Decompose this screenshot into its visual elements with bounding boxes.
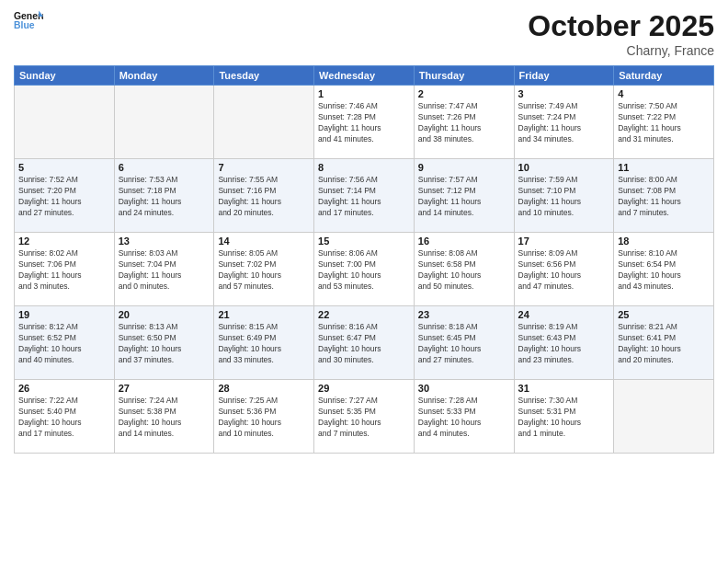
table-row: 12Sunrise: 8:02 AM Sunset: 7:06 PM Dayli…	[15, 233, 115, 306]
day-info: Sunrise: 8:16 AM Sunset: 6:47 PM Dayligh…	[318, 322, 410, 366]
table-row: 7Sunrise: 7:55 AM Sunset: 7:16 PM Daylig…	[214, 159, 314, 233]
table-row: 30Sunrise: 7:28 AM Sunset: 5:33 PM Dayli…	[414, 380, 514, 454]
day-info: Sunrise: 8:00 AM Sunset: 7:08 PM Dayligh…	[618, 175, 710, 219]
day-number: 22	[318, 309, 410, 320]
day-info: Sunrise: 8:06 AM Sunset: 7:00 PM Dayligh…	[318, 248, 410, 293]
day-info: Sunrise: 8:02 AM Sunset: 7:06 PM Dayligh…	[18, 248, 110, 293]
table-row: 20Sunrise: 8:13 AM Sunset: 6:50 PM Dayli…	[114, 306, 214, 380]
day-number: 8	[318, 162, 410, 173]
day-info: Sunrise: 7:56 AM Sunset: 7:14 PM Dayligh…	[318, 175, 410, 219]
day-number: 20	[119, 309, 210, 320]
calendar-week-row: 12Sunrise: 8:02 AM Sunset: 7:06 PM Dayli…	[15, 233, 714, 306]
day-number: 30	[418, 383, 510, 394]
day-number: 21	[218, 309, 310, 320]
day-info: Sunrise: 7:30 AM Sunset: 5:31 PM Dayligh…	[518, 396, 610, 440]
table-row: 26Sunrise: 7:22 AM Sunset: 5:40 PM Dayli…	[15, 380, 115, 454]
col-monday: Monday	[114, 66, 214, 86]
logo: General Blue	[14, 9, 43, 31]
day-number: 5	[18, 162, 110, 173]
table-row	[214, 86, 314, 159]
day-info: Sunrise: 8:19 AM Sunset: 6:43 PM Dayligh…	[518, 322, 610, 366]
day-number: 27	[119, 383, 210, 394]
title-area: October 2025 Charny, France	[528, 9, 714, 58]
calendar-week-row: 26Sunrise: 7:22 AM Sunset: 5:40 PM Dayli…	[15, 380, 714, 454]
day-info: Sunrise: 7:50 AM Sunset: 7:22 PM Dayligh…	[618, 101, 710, 145]
table-row: 28Sunrise: 7:25 AM Sunset: 5:36 PM Dayli…	[214, 380, 314, 454]
calendar-week-row: 1Sunrise: 7:46 AM Sunset: 7:28 PM Daylig…	[15, 86, 714, 159]
day-number: 10	[518, 162, 610, 173]
svg-text:Blue: Blue	[14, 20, 35, 30]
table-row: 22Sunrise: 8:16 AM Sunset: 6:47 PM Dayli…	[314, 306, 415, 380]
col-friday: Friday	[514, 66, 614, 86]
day-number: 23	[418, 309, 510, 320]
day-number: 29	[318, 383, 410, 394]
day-number: 25	[618, 309, 710, 320]
day-number: 11	[618, 162, 710, 173]
day-info: Sunrise: 8:09 AM Sunset: 6:56 PM Dayligh…	[518, 248, 610, 293]
day-info: Sunrise: 8:05 AM Sunset: 7:02 PM Dayligh…	[218, 248, 310, 293]
table-row: 14Sunrise: 8:05 AM Sunset: 7:02 PM Dayli…	[214, 233, 314, 306]
table-row: 24Sunrise: 8:19 AM Sunset: 6:43 PM Dayli…	[514, 306, 614, 380]
table-row: 10Sunrise: 7:59 AM Sunset: 7:10 PM Dayli…	[514, 159, 614, 233]
day-number: 13	[119, 236, 210, 247]
table-row: 25Sunrise: 8:21 AM Sunset: 6:41 PM Dayli…	[614, 306, 714, 380]
day-info: Sunrise: 7:28 AM Sunset: 5:33 PM Dayligh…	[418, 396, 510, 440]
day-number: 31	[518, 383, 610, 394]
table-row: 29Sunrise: 7:27 AM Sunset: 5:35 PM Dayli…	[314, 380, 415, 454]
col-sunday: Sunday	[15, 66, 115, 86]
table-row: 18Sunrise: 8:10 AM Sunset: 6:54 PM Dayli…	[614, 233, 714, 306]
day-info: Sunrise: 7:52 AM Sunset: 7:20 PM Dayligh…	[18, 175, 110, 219]
day-info: Sunrise: 8:18 AM Sunset: 6:45 PM Dayligh…	[418, 322, 510, 366]
day-info: Sunrise: 7:24 AM Sunset: 5:38 PM Dayligh…	[119, 396, 210, 440]
table-row: 19Sunrise: 8:12 AM Sunset: 6:52 PM Dayli…	[15, 306, 115, 380]
table-row: 23Sunrise: 8:18 AM Sunset: 6:45 PM Dayli…	[414, 306, 514, 380]
day-number: 19	[18, 309, 110, 320]
day-number: 7	[218, 162, 310, 173]
table-row: 3Sunrise: 7:49 AM Sunset: 7:24 PM Daylig…	[514, 86, 614, 159]
day-number: 26	[18, 383, 110, 394]
table-row: 2Sunrise: 7:47 AM Sunset: 7:26 PM Daylig…	[414, 86, 514, 159]
table-row: 17Sunrise: 8:09 AM Sunset: 6:56 PM Dayli…	[514, 233, 614, 306]
table-row: 13Sunrise: 8:03 AM Sunset: 7:04 PM Dayli…	[114, 233, 214, 306]
day-info: Sunrise: 8:12 AM Sunset: 6:52 PM Dayligh…	[18, 322, 110, 366]
day-info: Sunrise: 7:46 AM Sunset: 7:28 PM Dayligh…	[318, 101, 410, 145]
day-number: 1	[318, 88, 410, 99]
table-row: 11Sunrise: 8:00 AM Sunset: 7:08 PM Dayli…	[614, 159, 714, 233]
day-info: Sunrise: 7:59 AM Sunset: 7:10 PM Dayligh…	[518, 175, 610, 219]
day-number: 17	[518, 236, 610, 247]
day-number: 24	[518, 309, 610, 320]
table-row: 6Sunrise: 7:53 AM Sunset: 7:18 PM Daylig…	[114, 159, 214, 233]
day-number: 15	[318, 236, 410, 247]
table-row: 8Sunrise: 7:56 AM Sunset: 7:14 PM Daylig…	[314, 159, 415, 233]
day-info: Sunrise: 7:22 AM Sunset: 5:40 PM Dayligh…	[18, 396, 110, 440]
col-tuesday: Tuesday	[214, 66, 314, 86]
day-number: 28	[218, 383, 310, 394]
day-info: Sunrise: 7:57 AM Sunset: 7:12 PM Dayligh…	[418, 175, 510, 219]
day-info: Sunrise: 8:13 AM Sunset: 6:50 PM Dayligh…	[119, 322, 210, 366]
table-row	[614, 380, 714, 454]
table-row: 21Sunrise: 8:15 AM Sunset: 6:49 PM Dayli…	[214, 306, 314, 380]
day-info: Sunrise: 8:21 AM Sunset: 6:41 PM Dayligh…	[618, 322, 710, 366]
table-row: 15Sunrise: 8:06 AM Sunset: 7:00 PM Dayli…	[314, 233, 415, 306]
col-thursday: Thursday	[414, 66, 514, 86]
table-row: 1Sunrise: 7:46 AM Sunset: 7:28 PM Daylig…	[314, 86, 415, 159]
table-row	[15, 86, 115, 159]
day-info: Sunrise: 8:03 AM Sunset: 7:04 PM Dayligh…	[119, 248, 210, 293]
day-info: Sunrise: 8:15 AM Sunset: 6:49 PM Dayligh…	[218, 322, 310, 366]
table-row	[114, 86, 214, 159]
table-row: 16Sunrise: 8:08 AM Sunset: 6:58 PM Dayli…	[414, 233, 514, 306]
table-row: 31Sunrise: 7:30 AM Sunset: 5:31 PM Dayli…	[514, 380, 614, 454]
calendar-week-row: 5Sunrise: 7:52 AM Sunset: 7:20 PM Daylig…	[15, 159, 714, 233]
day-number: 12	[18, 236, 110, 247]
day-number: 18	[618, 236, 710, 247]
day-number: 3	[518, 88, 610, 99]
day-number: 9	[418, 162, 510, 173]
table-row: 9Sunrise: 7:57 AM Sunset: 7:12 PM Daylig…	[414, 159, 514, 233]
col-saturday: Saturday	[614, 66, 714, 86]
calendar-header-row: Sunday Monday Tuesday Wednesday Thursday…	[15, 66, 714, 86]
day-info: Sunrise: 7:55 AM Sunset: 7:16 PM Dayligh…	[218, 175, 310, 219]
day-number: 4	[618, 88, 710, 99]
table-row: 27Sunrise: 7:24 AM Sunset: 5:38 PM Dayli…	[114, 380, 214, 454]
table-row: 4Sunrise: 7:50 AM Sunset: 7:22 PM Daylig…	[614, 86, 714, 159]
day-number: 6	[119, 162, 210, 173]
